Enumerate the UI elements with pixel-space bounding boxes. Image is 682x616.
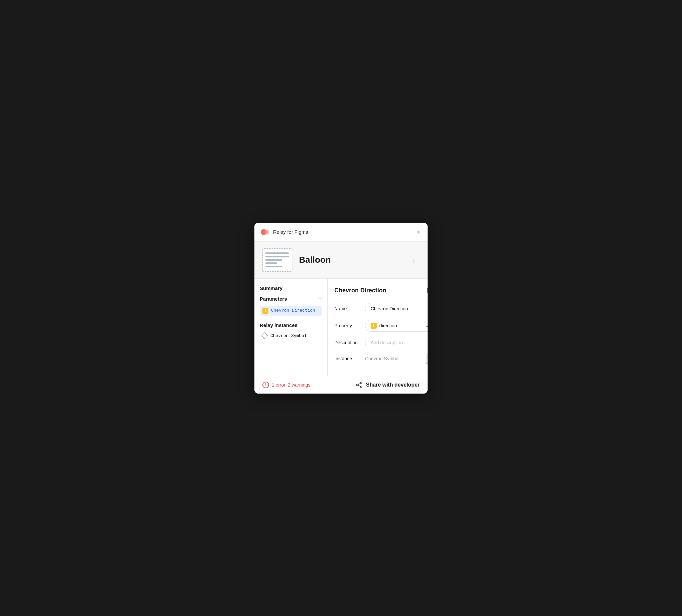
left-panel: Summary Parameters + ! Chevron Direction… — [254, 279, 328, 376]
add-parameter-button[interactable]: + — [318, 296, 322, 302]
warning-icon: ! — [263, 308, 268, 314]
error-text: 1 error, 2 warnings — [272, 382, 310, 388]
property-field-row: Property ! direction ⌄ — [334, 320, 428, 332]
footer: ! 1 error, 2 warnings Share with develop… — [254, 376, 428, 393]
instance-name: Chevron Symbol — [270, 333, 307, 338]
error-icon: ! — [263, 382, 269, 388]
main-content: Summary Parameters + ! Chevron Direction… — [254, 279, 428, 376]
parameters-title: Parameters — [260, 296, 287, 302]
error-status: ! 1 error, 2 warnings — [263, 382, 310, 388]
svg-point-1 — [265, 230, 269, 234]
svg-point-17 — [361, 386, 362, 388]
svg-line-18 — [358, 383, 360, 385]
description-field-row: Description — [334, 337, 428, 348]
crosshair-icon — [427, 354, 428, 362]
share-icon — [356, 382, 363, 388]
component-header-left: Balloon — [263, 248, 331, 272]
instance-diamond-icon — [262, 332, 268, 339]
thumb-line-3 — [266, 259, 282, 261]
right-panel: Chevron Direction Name — [328, 279, 428, 376]
property-value: direction — [379, 323, 397, 328]
more-options-button[interactable]: ⋮ — [409, 255, 419, 266]
chevron-down-icon: ⌄ — [425, 323, 428, 328]
instance-value: Chevron Symbol — [365, 356, 400, 361]
thumb-line-1 — [266, 252, 289, 254]
instance-label: Instance — [334, 356, 361, 361]
svg-point-16 — [357, 384, 358, 386]
thumb-line-2 — [266, 256, 289, 257]
instance-field-row: Instance Chevron Symbol — [334, 353, 428, 364]
svg-line-19 — [358, 385, 360, 387]
description-input[interactable] — [365, 337, 428, 348]
summary-section-title: Summary — [260, 286, 322, 291]
property-select-inner: ! direction — [371, 323, 397, 329]
param-label: Chevron Direction — [271, 308, 315, 313]
titlebar-left: Relay for Figma — [260, 227, 309, 237]
trash-icon — [427, 287, 428, 293]
thumb-line-5 — [266, 266, 282, 267]
close-button[interactable]: × — [415, 228, 422, 236]
name-label: Name — [334, 306, 361, 311]
detail-title: Chevron Direction — [334, 287, 386, 294]
component-thumbnail — [263, 248, 292, 272]
delete-button[interactable] — [425, 286, 428, 296]
relay-logo-icon — [260, 227, 270, 237]
app-title: Relay for Figma — [273, 229, 309, 235]
instance-row: Chevron Symbol — [365, 353, 428, 364]
property-label: Property — [334, 323, 361, 328]
relay-instances-section: Relay instances Chevron Symbol — [260, 322, 322, 340]
thumb-line-4 — [266, 263, 277, 264]
component-name: Balloon — [299, 255, 331, 265]
property-select[interactable]: ! direction ⌄ — [365, 320, 428, 332]
component-header: Balloon ⋮ — [254, 242, 428, 279]
chevron-direction-param[interactable]: ! Chevron Direction — [260, 306, 322, 316]
share-button[interactable]: Share with developer — [356, 382, 419, 388]
name-input[interactable] — [365, 303, 428, 314]
app-window: Relay for Figma × Balloon ⋮ Summary Para… — [254, 223, 428, 393]
detail-header: Chevron Direction — [334, 286, 428, 296]
relay-instances-title: Relay instances — [260, 322, 322, 328]
property-warning-icon: ! — [371, 323, 377, 329]
titlebar: Relay for Figma × — [254, 223, 428, 242]
locate-instance-button[interactable] — [426, 353, 428, 364]
name-field-row: Name — [334, 303, 428, 314]
description-label: Description — [334, 340, 361, 345]
chevron-symbol-instance: Chevron Symbol — [260, 332, 322, 340]
parameters-header: Parameters + — [260, 296, 322, 302]
share-label: Share with developer — [366, 382, 419, 388]
svg-point-15 — [361, 382, 362, 384]
